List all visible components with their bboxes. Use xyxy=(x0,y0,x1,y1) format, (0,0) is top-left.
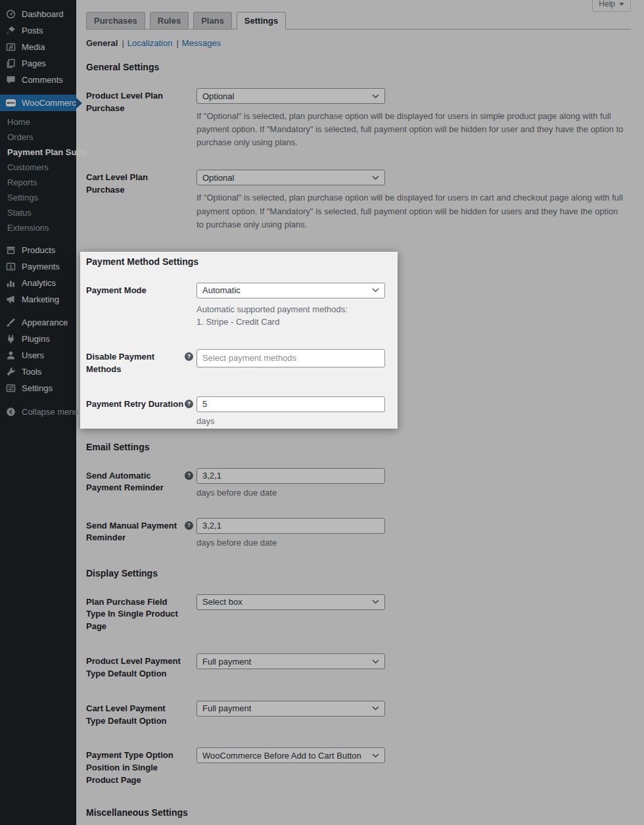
help-tooltip-icon[interactable]: ? xyxy=(185,352,193,361)
chevron-down-icon xyxy=(372,706,379,711)
media-icon xyxy=(6,42,16,52)
field-suffix: days xyxy=(196,416,398,426)
payment-mode-select[interactable]: Automatic xyxy=(196,283,385,298)
sidebar-item-posts[interactable]: Posts xyxy=(0,22,76,39)
chevron-down-icon xyxy=(372,176,379,180)
display-settings-heading: Display Settings xyxy=(86,568,631,578)
submenu-item-payment-plan-suite[interactable]: Payment Plan Suite xyxy=(0,145,76,160)
help-tooltip-icon[interactable]: ? xyxy=(185,471,193,480)
field-label: Cart Level Payment Type Default Option xyxy=(86,701,185,728)
field-description: If "Optional" is selected, plan purchase… xyxy=(196,191,625,231)
sidebar-item-label: Comments xyxy=(22,75,63,85)
submenu-item-reports[interactable]: Reports xyxy=(0,175,76,190)
highlighted-payment-method-section: Payment Method Settings Payment Mode Aut… xyxy=(80,252,398,429)
cart-default-option-select[interactable]: Full payment xyxy=(196,701,385,717)
sidebar-item-label: Dashboard xyxy=(22,9,64,19)
help-tooltip-icon[interactable]: ? xyxy=(185,400,193,408)
field-label: Payment Retry Duration xyxy=(86,396,185,411)
collapse-arrow-icon xyxy=(6,407,16,417)
help-toggle-button[interactable]: Help xyxy=(592,0,631,12)
sidebar-item-woocommerce[interactable]: woo WooCommerce xyxy=(0,95,76,111)
miscellaneous-settings-heading: Miscellaneous Settings xyxy=(86,807,631,818)
field-type-select[interactable]: Select box xyxy=(196,594,385,610)
plug-icon xyxy=(6,334,16,344)
sidebar-item-products[interactable]: Products xyxy=(0,242,76,258)
tab-plans[interactable]: Plans xyxy=(193,12,232,29)
submenu-item-orders[interactable]: Orders xyxy=(0,130,76,145)
option-position-select[interactable]: WooCommerce Before Add to Cart Button xyxy=(196,747,385,763)
submenu-item-settings[interactable]: Settings xyxy=(0,190,76,205)
user-icon xyxy=(6,350,16,360)
collapse-menu-button[interactable]: Collapse menu xyxy=(0,404,76,420)
payments-icon: $ xyxy=(6,262,16,271)
field-label: Payment Mode xyxy=(86,283,185,297)
submenu-item-home[interactable]: Home xyxy=(0,114,76,130)
field-suffix: days before due date xyxy=(196,538,631,548)
selected-value: WooCommerce Before Add to Cart Button xyxy=(202,751,361,761)
sidebar-item-media[interactable]: Media xyxy=(0,39,76,55)
selected-value: Full payment xyxy=(202,703,251,713)
field-description: If "Optional" is selected, plan purchase… xyxy=(196,110,625,149)
sidebar-item-label: Analytics xyxy=(22,278,56,288)
help-tooltip-icon[interactable]: ? xyxy=(185,521,193,530)
sidebar-item-pages[interactable]: Pages xyxy=(0,55,76,72)
subnav-general[interactable]: General xyxy=(86,38,118,48)
sidebar-item-label: Appearance xyxy=(22,318,68,327)
disable-payment-methods-input[interactable] xyxy=(196,349,385,367)
payment-type-option-position-row: Payment Type Option Position in Single P… xyxy=(86,747,631,787)
main-content: Help Purchases Rules Plans Settings Gene… xyxy=(76,0,644,825)
subnav-divider xyxy=(122,38,124,48)
sidebar-item-tools[interactable]: Tools xyxy=(0,364,76,380)
selected-value: Automatic xyxy=(202,285,241,295)
pushpin-icon xyxy=(6,26,16,35)
sidebar-item-dashboard[interactable]: Dashboard xyxy=(0,6,76,22)
manual-reminder-input[interactable] xyxy=(196,518,385,534)
tab-rules[interactable]: Rules xyxy=(150,12,189,29)
megaphone-icon xyxy=(6,295,16,304)
general-settings-heading: General Settings xyxy=(86,62,631,72)
supported-method-item: 1. Stripe - Credit Card xyxy=(196,316,398,329)
submenu-item-customers[interactable]: Customers xyxy=(0,160,76,175)
submenu-item-extensions[interactable]: Extensions xyxy=(0,220,76,235)
tab-settings[interactable]: Settings xyxy=(237,12,286,30)
sidebar-item-label: Media xyxy=(22,42,45,52)
payment-mode-row: Payment Mode Automatic Automatic support… xyxy=(86,283,398,329)
sidebar-item-label: Pages xyxy=(22,59,46,68)
wrench-icon xyxy=(6,367,16,377)
sidebar-item-plugins[interactable]: Plugins xyxy=(0,331,76,347)
automatic-reminder-input[interactable] xyxy=(196,468,385,484)
subnav-messages[interactable]: Messages xyxy=(182,38,221,48)
cart-level-payment-type-default-row: Cart Level Payment Type Default Option F… xyxy=(86,701,631,728)
chevron-down-icon xyxy=(372,659,379,664)
pages-icon xyxy=(6,59,16,68)
sidebar-item-users[interactable]: Users xyxy=(0,347,76,364)
dashboard-icon xyxy=(6,9,16,19)
product-level-plan-purchase-select[interactable]: Optional xyxy=(196,88,385,104)
payment-retry-duration-input[interactable] xyxy=(196,396,385,412)
payment-mode-description: Automatic supported payment methods: xyxy=(196,303,398,316)
sidebar-item-payments[interactable]: $ Payments xyxy=(0,258,76,275)
cart-level-plan-purchase-select[interactable]: Optional xyxy=(196,170,385,185)
chevron-down-icon xyxy=(372,753,379,758)
subnav-localization[interactable]: Localization xyxy=(127,38,173,48)
sidebar-item-label: Tools xyxy=(22,367,41,377)
sidebar-item-label: Settings xyxy=(22,383,53,393)
menu-separator xyxy=(0,88,76,95)
product-default-option-select[interactable]: Full payment xyxy=(196,653,385,669)
sidebar-item-label: Posts xyxy=(22,26,43,35)
sidebar-item-settings[interactable]: Settings xyxy=(0,380,76,396)
chevron-down-icon xyxy=(372,94,379,99)
field-label: Disable Payment Methods xyxy=(86,349,185,376)
selected-value: Optional xyxy=(202,173,234,183)
sidebar-item-appearance[interactable]: Appearance xyxy=(0,314,76,331)
submenu-item-status[interactable]: Status xyxy=(0,205,76,220)
field-label: Cart Level Plan Purchase xyxy=(86,170,185,197)
sidebar-item-analytics[interactable]: Analytics xyxy=(0,275,76,291)
sidebar-item-comments[interactable]: Comments xyxy=(0,72,76,88)
field-label: Product Level Plan Purchase xyxy=(86,88,185,115)
settings-subnav: General Localization Messages xyxy=(86,38,631,48)
tab-purchases[interactable]: Purchases xyxy=(86,12,145,29)
sidebar-item-marketing[interactable]: Marketing xyxy=(0,291,76,308)
product-level-payment-type-default-row: Product Level Payment Type Default Optio… xyxy=(86,653,631,680)
products-icon xyxy=(6,245,16,255)
